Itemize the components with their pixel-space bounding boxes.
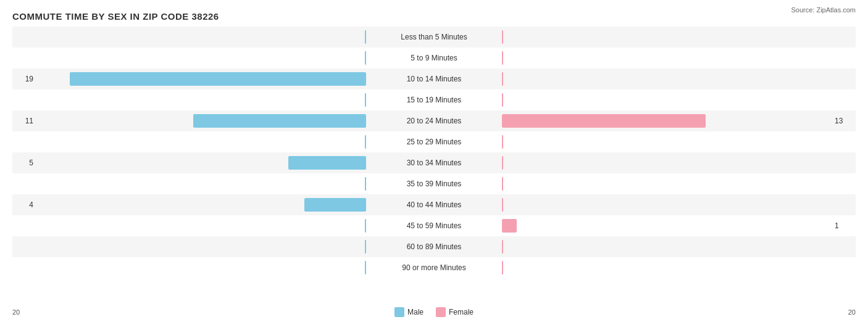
male-bar [70, 72, 366, 86]
female-bar-container [502, 219, 831, 233]
male-value-label: 5 [12, 159, 37, 167]
chart-row: 60 to 89 Minutes [12, 236, 856, 257]
female-bar [502, 261, 503, 275]
row-label: 35 to 39 Minutes [366, 180, 502, 188]
male-bar-container [37, 72, 366, 86]
female-bar [502, 156, 503, 170]
male-bar-container [37, 135, 366, 149]
male-bar-container [37, 30, 366, 44]
female-bar-container [502, 177, 831, 191]
chart-row: 1910 to 14 Minutes [12, 68, 856, 89]
female-bar [502, 240, 503, 254]
female-value-label: 13 [831, 117, 856, 125]
male-bar-container [37, 51, 366, 65]
row-label: Less than 5 Minutes [366, 33, 502, 41]
female-bar [502, 93, 503, 107]
female-bar [502, 51, 503, 65]
female-bar-container [502, 30, 831, 44]
female-bar-container [502, 72, 831, 86]
female-swatch [436, 307, 446, 317]
chart-container: COMMUTE TIME BY SEX IN ZIP CODE 38226 So… [0, 0, 868, 322]
chart-row: 35 to 39 Minutes [12, 173, 856, 194]
male-bar-container [37, 177, 366, 191]
chart-title: COMMUTE TIME BY SEX IN ZIP CODE 38226 [12, 11, 856, 22]
female-bar [502, 198, 503, 212]
row-label: 5 to 9 Minutes [366, 54, 502, 62]
female-value-label: 1 [831, 221, 856, 230]
male-bar-container [37, 156, 366, 170]
male-swatch [394, 307, 404, 317]
row-label: 30 to 34 Minutes [366, 159, 502, 167]
legend-male: Male [394, 307, 424, 317]
chart-row: 25 to 29 Minutes [12, 131, 856, 152]
chart-row: 1120 to 24 Minutes13 [12, 110, 856, 131]
male-bar-container [37, 198, 366, 212]
chart-area: Less than 5 Minutes5 to 9 Minutes1910 to… [12, 27, 856, 286]
male-bar-container [37, 240, 366, 254]
male-bar [288, 156, 366, 170]
female-bar [502, 30, 503, 44]
row-label: 15 to 19 Minutes [366, 96, 502, 104]
male-bar-container [37, 219, 366, 233]
chart-row: 15 to 19 Minutes [12, 89, 856, 110]
male-value-label: 19 [12, 75, 37, 83]
female-bar [502, 219, 517, 233]
male-bar [304, 198, 366, 212]
row-label: 40 to 44 Minutes [366, 200, 502, 209]
female-bar [502, 72, 503, 86]
axis-label-right: 20 [848, 308, 856, 316]
chart-row: 45 to 59 Minutes1 [12, 215, 856, 236]
female-bar-container [502, 261, 831, 275]
row-label: 20 to 24 Minutes [366, 117, 502, 125]
row-label: 60 to 89 Minutes [366, 242, 502, 251]
chart-row: 5 to 9 Minutes [12, 47, 856, 68]
female-bar-container [502, 51, 831, 65]
female-bar [502, 114, 706, 128]
male-bar-container [37, 261, 366, 275]
male-bar-container [37, 114, 366, 128]
female-bar [502, 177, 503, 191]
female-label: Female [449, 308, 474, 316]
legend-female: Female [436, 307, 474, 317]
chart-row: Less than 5 Minutes [12, 27, 856, 47]
female-bar-container [502, 93, 831, 107]
female-bar [502, 135, 503, 149]
axis-label-left: 20 [12, 308, 20, 316]
legend: Male Female [394, 307, 474, 317]
male-bar [193, 114, 366, 128]
male-label: Male [407, 308, 424, 316]
source-label: Source: ZipAtlas.com [791, 6, 856, 14]
male-bar-container [37, 93, 366, 107]
female-bar-container [502, 114, 831, 128]
female-bar-container [502, 156, 831, 170]
male-value-label: 11 [12, 117, 37, 125]
row-label: 10 to 14 Minutes [366, 75, 502, 83]
chart-row: 530 to 34 Minutes [12, 152, 856, 173]
female-bar-container [502, 135, 831, 149]
chart-row: 440 to 44 Minutes [12, 194, 856, 215]
row-label: 25 to 29 Minutes [366, 138, 502, 146]
male-value-label: 4 [12, 200, 37, 209]
chart-row: 90 or more Minutes [12, 257, 856, 278]
row-label: 45 to 59 Minutes [366, 221, 502, 230]
row-label: 90 or more Minutes [366, 263, 502, 272]
female-bar-container [502, 198, 831, 212]
female-bar-container [502, 240, 831, 254]
